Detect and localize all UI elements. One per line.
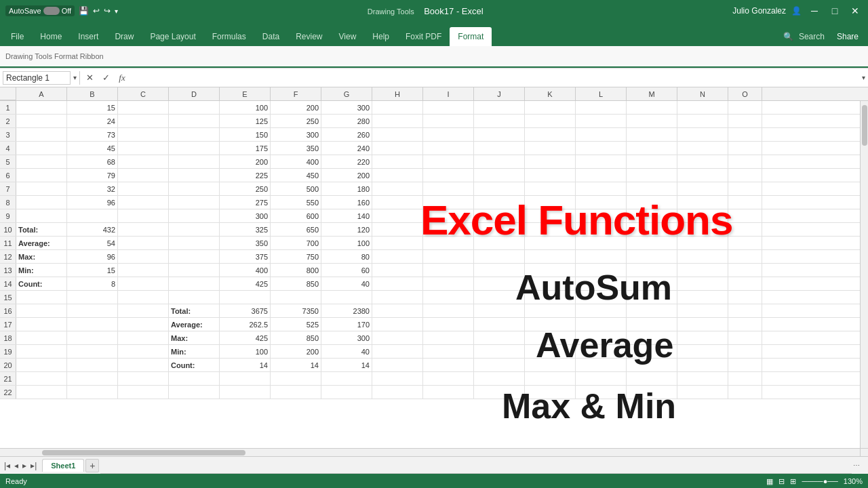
cell-F16[interactable]: 7350 [271,304,321,317]
cell-A7[interactable] [16,182,67,195]
row-header[interactable]: 21 [0,372,16,385]
cell-C2[interactable] [118,115,169,127]
cell-K8[interactable] [525,196,576,209]
cell-I17[interactable] [423,318,474,331]
col-header-b[interactable]: B [67,87,118,100]
tab-draw[interactable]: Draw [106,27,142,46]
cell-D4[interactable] [169,142,220,155]
cell-E22[interactable] [220,386,271,399]
col-header-l[interactable]: L [576,87,627,100]
row-header[interactable]: 22 [0,386,16,399]
cell-M18[interactable] [627,331,677,344]
cell-F17[interactable]: 525 [271,318,321,331]
cell-M5[interactable] [627,155,677,168]
cell-K7[interactable] [525,182,576,195]
cell-I3[interactable] [423,128,474,141]
cell-E5[interactable]: 200 [220,155,271,168]
cell-L14[interactable] [576,277,627,290]
tab-format[interactable]: Format [450,27,492,46]
cell-L19[interactable] [576,345,627,358]
cell-L5[interactable] [576,155,627,168]
cell-N10[interactable] [677,223,728,236]
cell-D3[interactable] [169,128,220,141]
cell-A18[interactable] [16,331,67,344]
new-sheet-button[interactable]: + [85,459,99,472]
undo-icon[interactable]: ↩ [93,6,100,16]
cell-F3[interactable]: 300 [271,128,321,141]
cell-F5[interactable]: 400 [271,155,321,168]
cell-B18[interactable] [67,331,118,344]
cell-L2[interactable] [576,115,627,127]
cell-A10[interactable]: Total: [16,223,67,236]
cell-F14[interactable]: 850 [271,277,321,290]
view-normal-icon[interactable]: ▦ [766,477,773,486]
cell-O17[interactable] [728,318,762,331]
formula-expand-icon[interactable]: ▾ [862,74,865,81]
cell-M21[interactable] [627,372,677,385]
cell-F15[interactable] [271,291,321,304]
cell-N3[interactable] [677,128,728,141]
cell-I15[interactable] [423,291,474,304]
cell-L4[interactable] [576,142,627,155]
cell-G14[interactable]: 40 [321,277,372,290]
cell-F9[interactable]: 600 [271,209,321,222]
cell-H19[interactable] [372,345,423,358]
cell-J3[interactable] [474,128,525,141]
cell-M1[interactable] [627,101,677,114]
cell-A2[interactable] [16,115,67,127]
cell-K2[interactable] [525,115,576,127]
cell-F4[interactable]: 350 [271,142,321,155]
cell-N12[interactable] [677,250,728,263]
cell-C21[interactable] [118,372,169,385]
cell-N4[interactable] [677,142,728,155]
cell-D11[interactable] [169,237,220,249]
cell-I2[interactable] [423,115,474,127]
cell-K13[interactable] [525,264,576,277]
cell-L8[interactable] [576,196,627,209]
cell-B1[interactable]: 15 [67,101,118,114]
cell-C8[interactable] [118,196,169,209]
cell-H18[interactable] [372,331,423,344]
cell-N19[interactable] [677,345,728,358]
cell-G20[interactable]: 14 [321,359,372,371]
cell-C1[interactable] [118,101,169,114]
cell-K6[interactable] [525,169,576,182]
col-header-n[interactable]: N [677,87,728,100]
cell-I21[interactable] [423,372,474,385]
cell-I13[interactable] [423,264,474,277]
col-header-k[interactable]: K [525,87,576,100]
cell-E21[interactable] [220,372,271,385]
cell-K14[interactable] [525,277,576,290]
row-header[interactable]: 2 [0,115,16,127]
cell-J22[interactable] [474,386,525,399]
cell-J5[interactable] [474,155,525,168]
cell-L22[interactable] [576,386,627,399]
cell-K19[interactable] [525,345,576,358]
cell-K1[interactable] [525,101,576,114]
name-box[interactable] [3,71,71,85]
vertical-scrollbar[interactable] [860,101,868,448]
cell-J21[interactable] [474,372,525,385]
cell-G11[interactable]: 100 [321,237,372,249]
row-header[interactable]: 15 [0,291,16,304]
cell-C6[interactable] [118,169,169,182]
cell-B3[interactable]: 73 [67,128,118,141]
cell-M13[interactable] [627,264,677,277]
cell-F19[interactable]: 200 [271,345,321,358]
cell-A11[interactable]: Average: [16,237,67,249]
row-header[interactable]: 6 [0,169,16,182]
name-box-dropdown[interactable]: ▾ [73,74,77,81]
cell-O16[interactable] [728,304,762,317]
cell-K18[interactable] [525,331,576,344]
cell-O10[interactable] [728,223,762,236]
cell-O21[interactable] [728,372,762,385]
sheet-tab-sheet1[interactable]: Sheet1 [42,459,84,472]
cell-I18[interactable] [423,331,474,344]
cell-O9[interactable] [728,209,762,222]
col-header-g[interactable]: G [321,87,372,100]
tab-foxit-pdf[interactable]: Foxit PDF [397,27,450,46]
cell-O8[interactable] [728,196,762,209]
cell-B16[interactable] [67,304,118,317]
cell-D5[interactable] [169,155,220,168]
cell-O13[interactable] [728,264,762,277]
